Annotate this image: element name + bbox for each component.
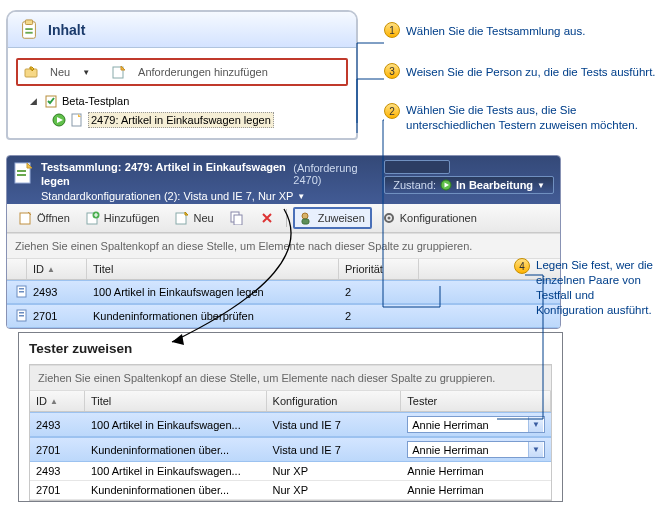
col3-tester[interactable]: Tester [401, 391, 551, 411]
assign-row[interactable]: 2701Kundeninformationen über...Nur XPAnn… [30, 481, 551, 500]
open-button[interactable]: Öffnen [13, 208, 76, 228]
cell-id: 2493 [30, 462, 85, 480]
add-button[interactable]: Hinzufügen [80, 208, 166, 228]
suite-label: Testsammlung: 2479: Artikel in Einkaufsw… [41, 160, 287, 188]
add-requirements-button[interactable]: Anforderungen hinzufügen [132, 64, 274, 80]
svg-rect-17 [20, 213, 30, 224]
cell-title: 100 Artikel in Einkaufswagen legen [87, 283, 339, 301]
cell-config: Vista und IE 7 [267, 416, 402, 434]
grid-header: ID▲ Titel Priorität [7, 259, 560, 280]
state-dropdown[interactable]: Zustand: In Bearbeitung ▼ [384, 176, 554, 194]
cell-id: 2493 [27, 283, 87, 301]
tester-combo[interactable]: Annie Herriman▼ [407, 441, 545, 458]
assign-tester-title: Tester zuweisen [29, 341, 552, 356]
testcase-icon [15, 284, 27, 298]
delete-button[interactable] [254, 208, 280, 228]
tree-node-label: 2479: Artikel in Einkaufswagen legen [88, 112, 274, 128]
state-value: In Bearbeitung [456, 179, 533, 191]
svg-point-27 [387, 217, 390, 220]
cell-id: 2493 [30, 416, 85, 434]
details-header: Testsammlung: 2479: Artikel in Einkaufsw… [7, 156, 560, 204]
add-icon [86, 211, 100, 225]
cell-title: Kundeninformationen über... [85, 481, 267, 499]
copy-icon [230, 211, 244, 225]
add-label: Hinzufügen [104, 212, 160, 224]
cell-priority: 2 [339, 283, 419, 301]
cell-id: 2701 [30, 481, 85, 499]
tree-plan-label: Beta-Testplan [62, 95, 129, 107]
cell-title: Kundeninformationen über... [85, 441, 267, 459]
combo-dropdown-icon[interactable]: ▼ [528, 417, 543, 432]
toolbar: Öffnen Hinzufügen Neu Zuweisen Konfigura… [7, 204, 560, 233]
content-header: Inhalt [8, 12, 356, 48]
tester-combo[interactable]: Annie Herriman▼ [407, 416, 545, 433]
col3-config[interactable]: Konfiguration [267, 391, 402, 411]
callout-circle-4: 4 [514, 258, 530, 274]
col3-id[interactable]: ID▲ [30, 391, 85, 411]
config-dropdown-icon[interactable]: ▼ [297, 192, 305, 201]
callout-circle-3: 3 [384, 63, 400, 79]
new-button[interactable]: Neu [44, 64, 76, 80]
col-priority[interactable]: Priorität [339, 259, 419, 279]
svg-rect-13 [17, 170, 26, 172]
cell-config: Nur XP [267, 481, 402, 499]
cell-config: Vista und IE 7 [267, 441, 402, 459]
suite-requirement: (Anforderung 2470) [293, 162, 378, 186]
callout-text-1: Wählen Sie die Testsammlung aus. [406, 24, 585, 39]
assign-row[interactable]: 2493100 Artikel in Einkaufswagen...Nur X… [30, 462, 551, 481]
open-label: Öffnen [37, 212, 70, 224]
cell-config: Nur XP [267, 462, 402, 480]
add-req-label: Anforderungen hinzufügen [138, 66, 268, 78]
assign-row[interactable]: 2701Kundeninformationen über...Vista und… [30, 437, 551, 462]
grid-row[interactable]: 2493 100 Artikel in Einkaufswagen legen … [7, 280, 560, 304]
cell-id: 2701 [30, 441, 85, 459]
configs-button[interactable]: Konfigurationen [376, 208, 483, 228]
new-dropdown-arrow[interactable]: ▼ [82, 68, 90, 77]
svg-rect-33 [19, 315, 24, 317]
open-icon [19, 211, 33, 225]
grid-row[interactable]: 2701 Kundeninformationen überprüfen 2 [7, 304, 560, 328]
suite-icon [13, 160, 35, 186]
assign-label: Zuweisen [318, 212, 365, 224]
cell-id: 2701 [27, 307, 87, 325]
combo-dropdown-icon[interactable]: ▼ [528, 442, 543, 457]
configs-label: Konfigurationen [400, 212, 477, 224]
svg-rect-32 [19, 312, 24, 314]
grid-header-3: ID▲ Titel Konfiguration Tester [30, 391, 551, 412]
copy-button[interactable] [224, 208, 250, 228]
svg-rect-23 [234, 215, 242, 225]
callout-text-4: Legen Sie fest, wer die einzelnen Paare … [536, 258, 664, 318]
cell-title: 100 Artikel in Einkaufswagen... [85, 416, 267, 434]
col-title[interactable]: Titel [87, 259, 339, 279]
expand-caret-icon[interactable]: ◢ [30, 96, 40, 106]
svg-point-24 [302, 213, 308, 219]
row-header-col[interactable] [7, 259, 27, 279]
testcase-icon [15, 308, 27, 322]
document-icon [70, 113, 84, 127]
tree-view: ◢ Beta-Testplan 2479: Artikel in Einkauf… [16, 92, 348, 130]
cell-title: 100 Artikel in Einkaufswagen... [85, 462, 267, 480]
svg-rect-2 [25, 19, 32, 24]
config-summary-text: Standardkonfigurationen (2): Vista und I… [41, 190, 293, 202]
svg-rect-4 [25, 31, 32, 33]
clipboard-check-icon [44, 94, 58, 108]
state-dropdown-icon[interactable]: ▼ [537, 181, 545, 190]
col3-title[interactable]: Titel [85, 391, 267, 411]
new-button-tb[interactable]: Neu [169, 208, 219, 228]
svg-rect-25 [302, 219, 309, 224]
assign-button[interactable]: Zuweisen [293, 207, 372, 229]
toolbar-separator [286, 209, 287, 227]
play-icon [52, 113, 66, 127]
config-summary[interactable]: Standardkonfigurationen (2): Vista und I… [41, 190, 378, 202]
col-id[interactable]: ID▲ [27, 259, 87, 279]
group-hint-bar[interactable]: Ziehen Sie einen Spaltenkopf an diese St… [7, 233, 560, 259]
tree-node-row[interactable]: 2479: Artikel in Einkaufswagen legen [50, 110, 348, 130]
svg-marker-21 [185, 212, 188, 215]
assign-row[interactable]: 2493100 Artikel in Einkaufswagen...Vista… [30, 412, 551, 437]
cell-tester[interactable]: Annie Herriman▼ [401, 413, 551, 436]
tree-plan-row[interactable]: ◢ Beta-Testplan [28, 92, 348, 110]
svg-rect-30 [19, 291, 24, 293]
group-hint-bar-3[interactable]: Ziehen Sie einen Spaltenkopf an diese St… [30, 365, 551, 391]
add-req-icon [112, 65, 126, 79]
cell-tester[interactable]: Annie Herriman▼ [401, 438, 551, 461]
